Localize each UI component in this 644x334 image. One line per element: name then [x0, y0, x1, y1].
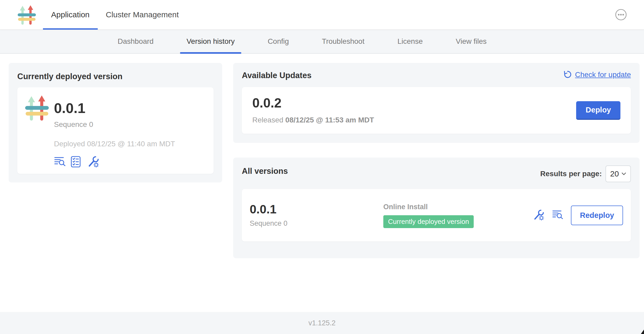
tab-license[interactable]: License — [391, 30, 429, 53]
tab-application[interactable]: Application — [43, 0, 98, 29]
right-column: Available Updates Check for update — [233, 63, 640, 258]
edit-config-icon[interactable] — [533, 209, 545, 221]
app-logo-icon — [17, 4, 37, 29]
deploy-button[interactable]: Deploy — [576, 101, 620, 120]
console-version-label: v1.125.2 — [308, 319, 336, 327]
update-released-line: Released 08/12/25 @ 11:53 am MDT — [252, 116, 374, 124]
results-per-page-value: 20 — [610, 169, 619, 178]
ellipsis-menu-icon[interactable] — [615, 8, 627, 21]
released-prefix: Released — [252, 116, 285, 124]
view-diff-icon[interactable] — [54, 156, 66, 168]
preflight-checks-icon[interactable] — [71, 156, 82, 168]
app-switcher-tabs: Application Cluster Management — [43, 0, 187, 29]
update-card: 0.0.2 Released 08/12/25 @ 11:53 am MDT D… — [242, 87, 631, 134]
deployed-version-number: 0.0.1 — [54, 101, 175, 115]
version-row: 0.0.1 Sequence 0 Online Install Currentl… — [242, 189, 631, 241]
deployed-sequence: Sequence 0 — [54, 120, 175, 129]
tab-dashboard[interactable]: Dashboard — [111, 30, 160, 53]
refresh-icon — [563, 70, 572, 79]
tab-troubleshoot[interactable]: Troubleshoot — [315, 30, 371, 53]
app-subnav: Dashboard Version history Config Trouble… — [0, 30, 644, 54]
currently-deployed-title: Currently deployed version — [17, 72, 214, 81]
tab-view-files[interactable]: View files — [449, 30, 493, 53]
header-right — [615, 0, 644, 29]
currently-deployed-panel: Currently deployed version 0.0.1 Sequenc… — [9, 63, 222, 182]
version-row-actions: Redeploy — [533, 206, 623, 225]
check-for-update-link[interactable]: Check for update — [563, 70, 631, 79]
top-nav: Application Cluster Management — [0, 0, 644, 30]
version-row-status: Online Install Currently deployed versio… — [383, 202, 474, 228]
tab-version-history[interactable]: Version history — [180, 30, 241, 53]
footer: v1.125.2 — [0, 312, 644, 334]
edit-config-icon[interactable] — [88, 156, 99, 168]
tab-config[interactable]: Config — [261, 30, 296, 53]
view-diff-icon[interactable] — [552, 209, 564, 221]
deployed-timestamp: Deployed 08/12/25 @ 11:40 am MDT — [54, 140, 175, 148]
main-content: Currently deployed version 0.0.1 Sequenc… — [0, 54, 644, 258]
deployed-version-details: 0.0.1 Sequence 0 Deployed 08/12/25 @ 11:… — [54, 94, 175, 168]
results-per-page-select[interactable]: 20 — [605, 165, 631, 182]
deployed-action-icons — [54, 156, 175, 168]
released-timestamp: 08/12/25 @ 11:53 am MDT — [285, 116, 374, 124]
row-version-number: 0.0.1 — [250, 203, 383, 215]
all-versions-panel: All versions Results per page: 20 — [233, 158, 640, 258]
row-sequence: Sequence 0 — [250, 219, 383, 228]
currently-deployed-badge: Currently deployed version — [383, 215, 474, 228]
tab-cluster-management[interactable]: Cluster Management — [98, 0, 187, 29]
all-versions-title: All versions — [242, 166, 288, 176]
results-per-page: Results per page: 20 — [540, 165, 631, 182]
deployed-version-card: 0.0.1 Sequence 0 Deployed 08/12/25 @ 11:… — [17, 87, 214, 174]
version-row-info: 0.0.1 Sequence 0 — [250, 203, 383, 228]
available-updates-title: Available Updates — [242, 71, 312, 80]
update-details: 0.0.2 Released 08/12/25 @ 11:53 am MDT — [252, 96, 374, 124]
check-for-update-label: Check for update — [575, 71, 631, 79]
results-per-page-label: Results per page: — [540, 170, 602, 178]
available-updates-panel: Available Updates Check for update — [233, 63, 640, 143]
install-type-label: Online Install — [383, 203, 474, 211]
update-version-number: 0.0.2 — [252, 96, 374, 110]
redeploy-button[interactable]: Redeploy — [571, 206, 623, 225]
app-logo-icon — [25, 95, 50, 121]
chevron-down-icon — [621, 172, 626, 175]
